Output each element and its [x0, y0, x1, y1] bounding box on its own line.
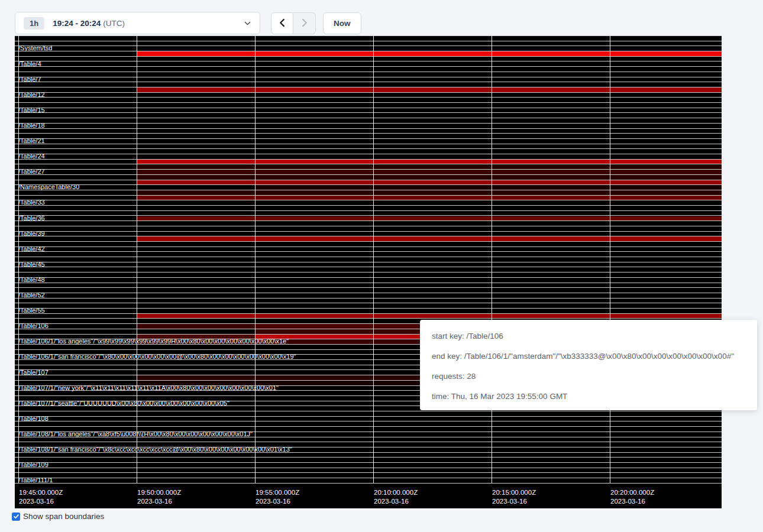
heatmap-row[interactable] [15, 196, 722, 201]
heatmap-span-cell[interactable] [492, 170, 610, 174]
heatmap-span-cell[interactable] [255, 51, 373, 56]
heatmap-span-cell[interactable] [610, 185, 722, 190]
heatmap-span-cell[interactable] [255, 324, 373, 329]
heatmap-span-cell[interactable] [373, 165, 492, 170]
heatmap-span-cell[interactable] [492, 190, 610, 195]
heatmap-span-cell[interactable] [255, 160, 373, 164]
heatmap-span-cell[interactable] [610, 165, 722, 170]
heatmap-span-cell[interactable] [492, 175, 610, 180]
heatmap-row[interactable] [15, 299, 722, 304]
heatmap-span-cell[interactable] [373, 175, 492, 180]
heatmap-span-cell[interactable] [137, 314, 255, 319]
heatmap-row[interactable] [15, 154, 722, 160]
heatmap-span-cell[interactable] [373, 170, 492, 174]
heatmap-row[interactable] [15, 211, 722, 216]
heatmap-row[interactable] [15, 273, 722, 278]
heatmap-span-cell[interactable] [137, 180, 255, 185]
heatmap-span-cell[interactable] [610, 216, 722, 221]
heatmap-row[interactable] [15, 247, 722, 252]
heatmap-row[interactable] [15, 232, 722, 237]
heatmap-span-cell[interactable] [373, 87, 492, 92]
heatmap-span-cell[interactable] [255, 329, 373, 334]
heatmap-span-cell[interactable] [255, 190, 373, 195]
heatmap-span-cell[interactable] [610, 51, 722, 56]
heatmap-row[interactable] [15, 46, 722, 51]
heatmap-row[interactable] [15, 236, 722, 242]
heatmap-span-cell[interactable] [137, 170, 255, 174]
heatmap-span-cell[interactable] [137, 324, 255, 329]
heatmap-span-cell[interactable] [373, 190, 492, 195]
heatmap-span-cell[interactable] [137, 51, 255, 56]
heatmap-span-cell[interactable] [373, 160, 492, 164]
heatmap-span-cell[interactable] [137, 236, 255, 241]
heatmap-row[interactable] [15, 51, 722, 57]
heatmap-row[interactable] [15, 72, 722, 77]
heatmap-span-cell[interactable] [137, 175, 255, 180]
heatmap-span-cell[interactable] [255, 196, 373, 200]
heatmap-row[interactable] [15, 185, 722, 190]
heatmap-row[interactable] [15, 262, 722, 268]
heatmap-span-cell[interactable] [137, 190, 255, 195]
heatmap-row[interactable] [15, 129, 722, 134]
heatmap-row[interactable] [15, 283, 722, 288]
heatmap-span-cell[interactable] [610, 170, 722, 174]
heatmap-row[interactable] [15, 242, 722, 247]
heatmap-row[interactable] [15, 134, 722, 139]
heatmap-row[interactable] [15, 41, 722, 47]
heatmap-span-cell[interactable] [610, 175, 722, 180]
heatmap-row[interactable] [15, 118, 722, 124]
heatmap-row[interactable] [15, 216, 722, 222]
heatmap-row[interactable] [15, 124, 722, 129]
time-range-select[interactable]: 1h 19:24 - 20:24(UTC) [15, 12, 260, 34]
heatmap-row[interactable] [15, 303, 722, 309]
heatmap-span-cell[interactable] [137, 165, 255, 170]
heatmap-span-cell[interactable] [492, 216, 610, 221]
heatmap-span-cell[interactable] [492, 185, 610, 190]
heatmap-span-cell[interactable] [492, 160, 610, 164]
heatmap-span-cell[interactable] [373, 196, 492, 200]
heatmap-row[interactable] [15, 200, 722, 206]
heatmap-row[interactable] [15, 293, 722, 299]
heatmap-row[interactable] [15, 473, 722, 479]
heatmap-row[interactable] [15, 278, 722, 283]
heatmap-row[interactable] [15, 144, 722, 150]
heatmap-span-cell[interactable] [255, 165, 373, 170]
heatmap-span-cell[interactable] [137, 160, 255, 164]
heatmap-row[interactable] [15, 206, 722, 211]
heatmap-row[interactable] [15, 411, 722, 417]
heatmap-span-cell[interactable] [255, 87, 373, 92]
heatmap-span-cell[interactable] [137, 87, 255, 92]
heatmap-span-cell[interactable] [255, 314, 373, 319]
heatmap-row[interactable] [15, 314, 722, 319]
heatmap-row[interactable] [15, 268, 722, 273]
heatmap-row[interactable] [15, 458, 722, 463]
heatmap-span-cell[interactable] [137, 216, 255, 221]
prev-time-button[interactable] [271, 12, 293, 34]
heatmap-span-cell[interactable] [373, 180, 492, 185]
heatmap-row[interactable] [15, 160, 722, 165]
heatmap-span-cell[interactable] [373, 185, 492, 190]
next-time-button[interactable] [293, 12, 316, 34]
heatmap-span-cell[interactable] [492, 236, 610, 241]
heatmap-span-cell[interactable] [255, 170, 373, 174]
heatmap-span-cell[interactable] [255, 185, 373, 190]
now-button[interactable]: Now [323, 12, 361, 34]
heatmap-row[interactable] [15, 103, 722, 108]
heatmap-row[interactable] [15, 87, 722, 93]
heatmap-row[interactable] [15, 478, 722, 484]
heatmap-span-cell[interactable] [610, 160, 722, 164]
heatmap-row[interactable] [15, 93, 722, 98]
heatmap-span-cell[interactable] [373, 216, 492, 221]
heatmap-row[interactable] [15, 62, 722, 67]
heatmap-row[interactable] [15, 149, 722, 154]
heatmap-row[interactable] [15, 190, 722, 196]
heatmap-row[interactable] [15, 252, 722, 257]
key-visualizer-canvas[interactable]: /System/tsd/Table/4/Table/7/Table/12/Tab… [15, 35, 722, 508]
heatmap-span-cell[interactable] [610, 236, 722, 241]
heatmap-span-cell[interactable] [373, 314, 492, 319]
heatmap-row[interactable] [15, 77, 722, 83]
heatmap-row[interactable] [15, 108, 722, 113]
heatmap-row[interactable] [15, 417, 722, 422]
heatmap-span-cell[interactable] [255, 216, 373, 221]
heatmap-span-cell[interactable] [492, 165, 610, 170]
